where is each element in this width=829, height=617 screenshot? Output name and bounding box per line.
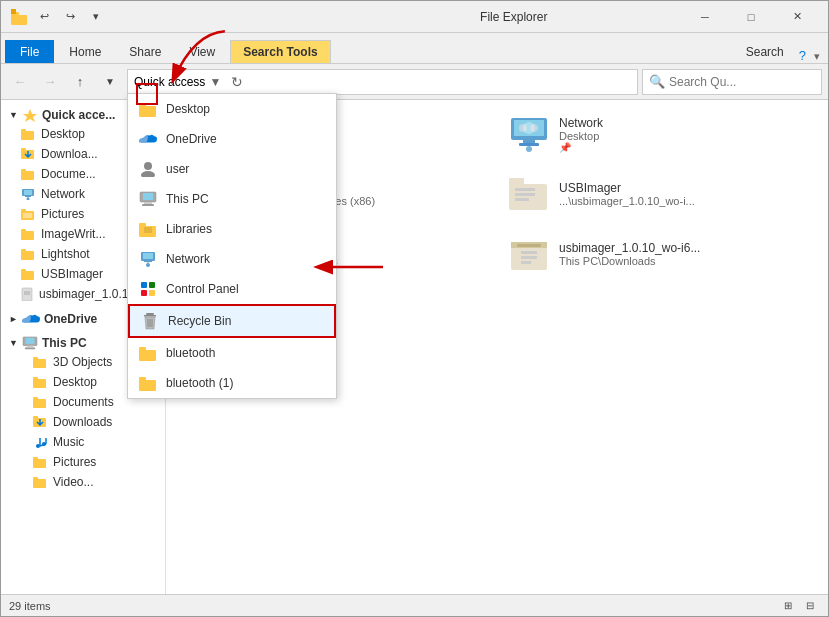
- dropdown-item-controlpanel[interactable]: Control Panel: [128, 274, 336, 304]
- svg-rect-10: [143, 193, 153, 200]
- pinned-item-usbimager[interactable]: USBImager ...\usbimager_1.0.10_wo-i...: [501, 168, 812, 220]
- tab-search[interactable]: Search: [733, 40, 797, 63]
- svg-rect-23: [141, 290, 147, 296]
- sidebar-label-desktop2: Desktop: [53, 375, 97, 389]
- dropdown-item-bluetooth1[interactable]: bluetooth (1): [128, 368, 336, 398]
- help-button[interactable]: ?: [799, 48, 810, 63]
- svg-rect-0: [11, 15, 27, 25]
- titlebar-left: ↩ ↪ ▾: [9, 6, 346, 28]
- svg-rect-109: [521, 251, 537, 254]
- back-button[interactable]: ←: [7, 69, 33, 95]
- pinned-name-usbimager: USBImager: [559, 181, 695, 195]
- search-icon: 🔍: [649, 74, 665, 89]
- sidebar-item-downloads2[interactable]: Downloads: [1, 412, 165, 432]
- svg-rect-99: [515, 188, 535, 191]
- quick-access-undo[interactable]: ↩: [33, 6, 55, 28]
- svg-rect-61: [26, 346, 33, 348]
- address-chevron[interactable]: ▼: [205, 75, 225, 89]
- sidebar-item-pictures2[interactable]: Pictures: [1, 452, 165, 472]
- svg-rect-44: [25, 196, 31, 197]
- pinned-item-usbimager-archive[interactable]: usbimager_1.0.10_wo-i6... This PC\Downlo…: [501, 228, 812, 280]
- thispc-sidebar-icon: [22, 336, 38, 350]
- svg-rect-18: [144, 261, 152, 262]
- svg-rect-22: [149, 282, 155, 288]
- sidebar-item-music[interactable]: Music: [1, 432, 165, 452]
- dropdown-label-controlpanel: Control Panel: [166, 282, 239, 296]
- pinned-item-network[interactable]: Network Desktop 📌: [501, 108, 812, 160]
- search-input[interactable]: [669, 75, 819, 89]
- svg-rect-15: [144, 227, 152, 233]
- pinned-info-usbimager: USBImager ...\usbimager_1.0.10_wo-i...: [559, 181, 695, 207]
- pinned-name-network: Network: [559, 116, 603, 130]
- tab-view[interactable]: View: [176, 40, 228, 63]
- dropdown-label-libraries: Libraries: [166, 222, 212, 236]
- quick-access-dropdown[interactable]: ▾: [85, 6, 107, 28]
- dropdown-item-network[interactable]: Network: [128, 244, 336, 274]
- dropdown-item-thispc[interactable]: This PC: [128, 184, 336, 214]
- refresh-button[interactable]: ↻: [225, 74, 249, 90]
- tab-home[interactable]: Home: [56, 40, 114, 63]
- svg-line-73: [40, 444, 46, 446]
- dropdown-item-libraries[interactable]: Libraries: [128, 214, 336, 244]
- svg-rect-60: [26, 338, 35, 344]
- thispc-sidebar-label: This PC: [42, 336, 87, 350]
- svg-rect-52: [21, 251, 34, 260]
- svg-rect-78: [33, 479, 46, 488]
- bluetooth-icon: [138, 343, 158, 363]
- dropdown-item-desktop[interactable]: Desktop: [128, 94, 336, 124]
- svg-rect-54: [21, 271, 34, 280]
- star-icon: [22, 108, 38, 122]
- tab-share[interactable]: Share: [116, 40, 174, 63]
- svg-rect-50: [21, 231, 34, 240]
- tab-file[interactable]: File: [5, 40, 54, 63]
- quick-access-redo[interactable]: ↪: [59, 6, 81, 28]
- maximize-button[interactable]: □: [728, 1, 774, 33]
- svg-rect-21: [141, 282, 147, 288]
- pinned-pin-network: 📌: [559, 142, 603, 153]
- pictures2-icon: [33, 456, 47, 468]
- dropdown-item-user[interactable]: user: [128, 154, 336, 184]
- close-button[interactable]: ✕: [774, 1, 820, 33]
- sidebar-item-videos[interactable]: Video...: [1, 472, 165, 492]
- svg-rect-51: [21, 229, 26, 232]
- svg-rect-37: [21, 129, 26, 132]
- folder-docs-icon: [21, 168, 35, 180]
- svg-rect-68: [33, 397, 38, 400]
- navigation-bar: ← → ↑ ▼ Quick access ▼ ↻ 🔍: [1, 64, 828, 100]
- recent-locations[interactable]: ▼: [97, 69, 123, 95]
- svg-rect-89: [523, 140, 535, 143]
- address-bar[interactable]: Quick access ▼ ↻: [127, 69, 638, 95]
- large-icons-view-button[interactable]: ⊟: [800, 597, 820, 615]
- details-view-button[interactable]: ⊞: [778, 597, 798, 615]
- svg-rect-26: [144, 315, 156, 317]
- svg-rect-36: [21, 131, 34, 140]
- dropdown-item-recyclebin[interactable]: Recycle Bin: [128, 304, 336, 338]
- svg-rect-77: [33, 457, 38, 460]
- network-large-icon: [509, 114, 549, 154]
- svg-rect-39: [21, 148, 26, 151]
- ribbon: File Home Share View Search Tools Search…: [1, 33, 828, 64]
- imagewriter-icon: [21, 228, 35, 240]
- svg-rect-11: [144, 202, 152, 204]
- app-icon: [9, 7, 29, 27]
- network-dropdown-icon: [138, 249, 158, 269]
- libraries-icon: [138, 219, 158, 239]
- dropdown-label-onedrive: OneDrive: [166, 132, 217, 146]
- ribbon-toggle[interactable]: ▾: [810, 50, 824, 63]
- minimize-button[interactable]: ─: [682, 1, 728, 33]
- titlebar: ↩ ↪ ▾ File Explorer ─ □ ✕: [1, 1, 828, 33]
- svg-rect-14: [139, 223, 146, 227]
- up-button[interactable]: ↑: [67, 69, 93, 95]
- dropdown-item-bluetooth[interactable]: bluetooth: [128, 338, 336, 368]
- svg-point-8: [141, 171, 155, 177]
- downloads2-icon: [33, 415, 47, 429]
- svg-rect-43: [24, 190, 32, 195]
- forward-button[interactable]: →: [37, 69, 63, 95]
- sidebar-label-usbimager-file: usbimager_1.0.1...: [39, 287, 138, 301]
- svg-rect-5: [139, 106, 156, 117]
- dropdown-item-onedrive[interactable]: OneDrive: [128, 124, 336, 154]
- window-title: File Explorer: [346, 10, 683, 24]
- tab-search-tools[interactable]: Search Tools: [230, 40, 330, 63]
- usbimager-sidebar-icon: [21, 268, 35, 280]
- onedrive-sidebar-icon: [22, 313, 40, 325]
